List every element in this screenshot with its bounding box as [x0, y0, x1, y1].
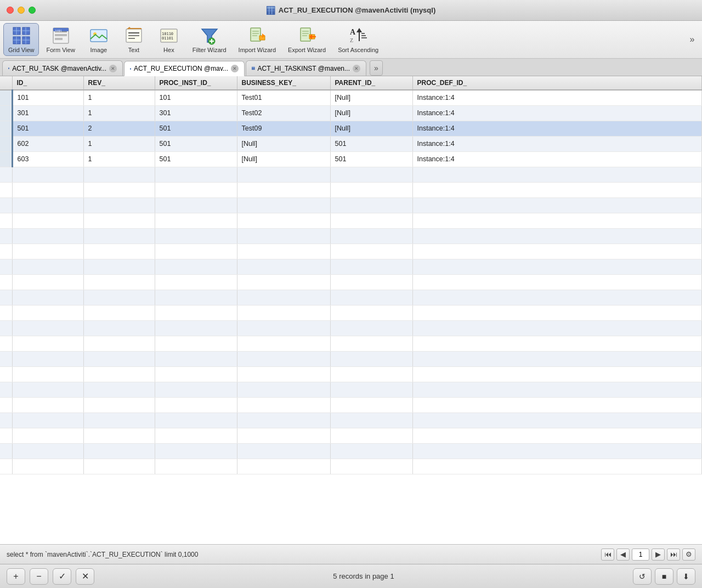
- cell-proc-inst-id: 301: [155, 105, 237, 121]
- svg-text:01101: 01101: [162, 36, 173, 41]
- cell-proc-def-id: Instance:1:4: [412, 90, 702, 105]
- tab2-close[interactable]: ✕: [231, 65, 239, 72]
- empty-table-row: [0, 259, 702, 274]
- tab-icon-2: [130, 65, 131, 72]
- import-wizard-label: Import Wizard: [239, 47, 276, 53]
- col-header-proc-inst-id[interactable]: PROC_INST_ID_: [155, 76, 237, 90]
- cell-proc-def-id: Instance:1:4: [412, 105, 702, 121]
- svg-text:A: A: [350, 28, 356, 36]
- cell-parent-id: 501: [330, 151, 412, 167]
- titlebar: ACT_RU_EXECUTION @mavenActiviti (mysql): [0, 0, 702, 21]
- close-button[interactable]: [7, 7, 14, 14]
- refresh-button[interactable]: ↺: [633, 568, 652, 585]
- col-header-business-key[interactable]: BUSINESS_KEY_: [237, 76, 330, 90]
- form-view-button[interactable]: 101 01 Form View: [41, 23, 80, 56]
- page-number-input[interactable]: [632, 549, 649, 561]
- empty-row-marker: [0, 228, 12, 244]
- cell-id: 602: [12, 136, 83, 151]
- import-wizard-button[interactable]: Import Wizard: [234, 23, 281, 56]
- tab3-close[interactable]: ✕: [353, 65, 360, 72]
- first-page-button[interactable]: ⏮: [601, 549, 614, 561]
- last-page-button[interactable]: ⏭: [667, 549, 680, 561]
- hex-button[interactable]: 10110 01101 Hex: [152, 23, 185, 56]
- prev-page-button[interactable]: ◀: [616, 549, 630, 561]
- import-wizard-icon: [247, 26, 267, 46]
- empty-table-row: [0, 197, 702, 213]
- empty-row-marker: [0, 459, 12, 474]
- empty-row-marker: [0, 274, 12, 290]
- tab-icon-1: [8, 65, 9, 72]
- tabs-more-button[interactable]: »: [370, 60, 383, 76]
- empty-table-row: [0, 305, 702, 320]
- image-button[interactable]: Image: [82, 23, 115, 56]
- sql-query: select * from `mavenActiviti`.`ACT_RU_EX…: [7, 551, 597, 558]
- empty-row-marker: [0, 366, 12, 382]
- grid-view-button[interactable]: Grid View: [3, 23, 39, 56]
- tab-act-ru-task[interactable]: ACT_RU_TASK @mavenActiv... ✕: [2, 60, 123, 76]
- cell-parent-id: [Null]: [330, 105, 412, 121]
- empty-table-row: [0, 428, 702, 443]
- empty-row-marker: [0, 428, 12, 443]
- export-button[interactable]: ⬇: [677, 568, 695, 585]
- table-row[interactable]: 602 1 501 [Null] 501 Instance:1:4: [0, 136, 702, 151]
- sort-ascending-label: Sort Ascending: [338, 47, 378, 53]
- delete-record-button[interactable]: −: [30, 568, 48, 585]
- filter-wizard-button[interactable]: Filter Wizard: [188, 23, 231, 56]
- cell-rev: 1: [83, 90, 155, 105]
- tab3-label: ACT_HI_TASKINST @maven...: [258, 65, 350, 72]
- apply-changes-button[interactable]: ✓: [53, 568, 71, 585]
- sort-ascending-button[interactable]: A Z Sort Ascending: [333, 23, 383, 56]
- empty-table-row: [0, 167, 702, 182]
- next-page-button[interactable]: ▶: [652, 549, 665, 561]
- col-header-id[interactable]: ID_: [12, 76, 83, 90]
- tab1-close[interactable]: ✕: [109, 65, 117, 72]
- cell-proc-def-id: Instance:1:4: [412, 136, 702, 151]
- tabs-bar: ACT_RU_TASK @mavenActiv... ✕ ACT_RU_EXEC…: [0, 59, 702, 76]
- col-header-proc-def-id[interactable]: PROC_DEF_ID_: [412, 76, 702, 90]
- sort-ascending-icon: A Z: [348, 26, 368, 46]
- cell-business-key: Test09: [237, 121, 330, 136]
- grid-view-icon: [12, 26, 31, 46]
- settings-button[interactable]: ⚙: [682, 549, 695, 561]
- table-row[interactable]: 301 1 301 Test02 [Null] Instance:1:4: [0, 105, 702, 121]
- cell-parent-id: [Null]: [330, 121, 412, 136]
- empty-table-row: [0, 182, 702, 197]
- svg-rect-38: [251, 28, 261, 41]
- svg-marker-53: [356, 28, 362, 32]
- text-button[interactable]: Text: [117, 23, 150, 56]
- cell-proc-inst-id: 501: [155, 121, 237, 136]
- add-record-button[interactable]: +: [7, 568, 25, 585]
- empty-row-marker: [0, 167, 12, 182]
- table-row[interactable]: 501 2 501 Test09 [Null] Instance:1:4: [0, 121, 702, 136]
- col-header-parent-id[interactable]: PARENT_ID_: [330, 76, 412, 90]
- stop-button[interactable]: ■: [655, 568, 673, 585]
- form-view-label: Form View: [46, 47, 75, 53]
- svg-rect-70: [252, 67, 254, 67]
- db-table-icon: [267, 6, 275, 15]
- tab-act-hi-taskinst[interactable]: ACT_HI_TASKINST @maven... ✕: [246, 60, 366, 76]
- table-row[interactable]: 101 1 101 Test01 [Null] Instance:1:4: [0, 90, 702, 105]
- empty-table-row: [0, 443, 702, 459]
- tab1-label: ACT_RU_TASK @mavenActiv...: [12, 65, 106, 72]
- maximize-button[interactable]: [29, 7, 36, 14]
- empty-row-marker: [0, 213, 12, 228]
- export-wizard-button[interactable]: Export Wizard: [283, 23, 331, 56]
- data-table: ID_ REV_ PROC_INST_ID_ BUSINESS_KEY_ PAR…: [0, 76, 702, 474]
- toolbar-more-button[interactable]: »: [686, 29, 699, 50]
- cell-proc-inst-id: 501: [155, 136, 237, 151]
- col-header-rev[interactable]: REV_: [83, 76, 155, 90]
- tab-act-ru-execution[interactable]: ACT_RU_EXECUTION @mav... ✕: [124, 61, 245, 76]
- svg-text:Z: Z: [350, 37, 353, 43]
- discard-changes-button[interactable]: ✕: [76, 568, 94, 585]
- filter-wizard-label: Filter Wizard: [193, 47, 227, 53]
- svg-rect-44: [301, 28, 310, 41]
- empty-row-marker: [0, 336, 12, 351]
- cell-proc-def-id: Instance:1:4: [412, 121, 702, 136]
- table-row[interactable]: 603 1 501 [Null] 501 Instance:1:4: [0, 151, 702, 167]
- svg-rect-25: [90, 30, 107, 42]
- empty-table-row: [0, 320, 702, 336]
- empty-row-marker: [0, 259, 12, 274]
- empty-row-marker: [0, 382, 12, 397]
- minimize-button[interactable]: [18, 7, 25, 14]
- svg-rect-60: [8, 69, 9, 69]
